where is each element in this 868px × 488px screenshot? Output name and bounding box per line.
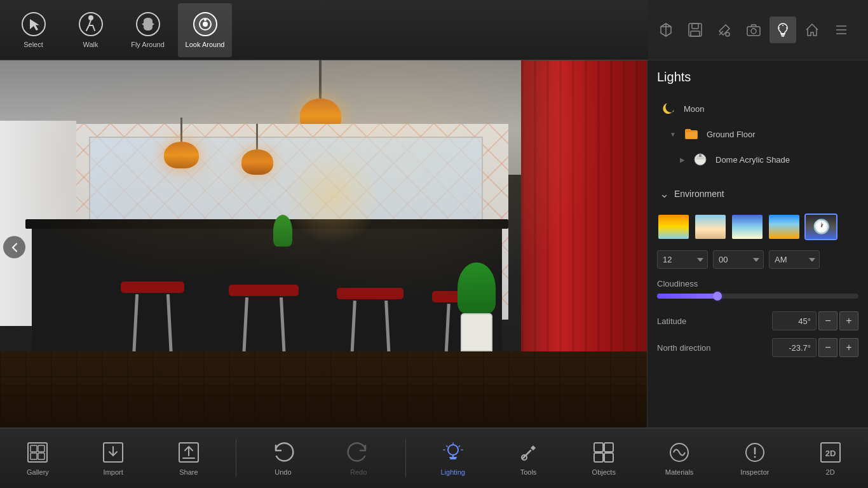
tool-fly-around-label: Fly Around <box>131 41 165 48</box>
objects-label: Objects <box>592 468 616 476</box>
lights-title: Lights <box>657 70 858 85</box>
tool-walk-label: Walk <box>83 41 98 48</box>
undo-label: Undo <box>275 468 291 476</box>
north-direction-decrease-btn[interactable]: − <box>818 338 837 357</box>
latitude-input[interactable] <box>772 311 817 330</box>
inspector-label: Inspector <box>740 468 769 476</box>
svg-rect-20 <box>604 453 613 462</box>
time-row: 12010203 04050607 08091011 00153045 AMPM <box>657 250 858 269</box>
panel-tab-light[interactable] <box>770 17 796 43</box>
bottom-btn-inspector[interactable]: Inspector <box>726 431 783 485</box>
svg-point-6 <box>203 22 208 27</box>
preset-custom-clock[interactable]: 🕛 <box>804 214 837 240</box>
2d-label: 2D <box>826 468 835 476</box>
nav-arrow-left[interactable] <box>3 236 25 259</box>
light-item-dome[interactable]: ▶ Dome Acrylic Shade <box>657 147 858 172</box>
latitude-group: − + <box>772 311 858 330</box>
panel-tab-list[interactable] <box>828 17 855 43</box>
viewport[interactable] <box>0 60 648 434</box>
cloudiness-label: Cloudiness <box>657 279 858 288</box>
redo-label: Redo <box>350 468 367 476</box>
dome-expand-arrow: ▶ <box>680 156 685 163</box>
latitude-row: Latitude − + <box>657 311 858 330</box>
svg-rect-9 <box>31 445 37 452</box>
kitchen-scene <box>0 60 648 434</box>
latitude-increase-btn[interactable]: + <box>839 311 858 330</box>
scene-overlay <box>0 60 648 434</box>
cloudiness-slider[interactable] <box>657 294 858 299</box>
import-label: Import <box>104 468 123 476</box>
dome-icon <box>691 151 709 168</box>
bottom-btn-lighting[interactable]: Lighting <box>424 431 482 485</box>
bottom-btn-materials[interactable]: Materials <box>651 431 708 485</box>
bottom-btn-gallery[interactable]: Gallery <box>9 431 66 485</box>
svg-rect-28 <box>691 31 700 36</box>
preset-noon[interactable] <box>731 214 764 240</box>
env-chevron-icon: ⌄ <box>660 187 669 201</box>
panel-tab-paint[interactable] <box>711 17 738 43</box>
moon-icon <box>660 100 677 118</box>
bottom-btn-2d[interactable]: 2D 2D <box>802 431 859 485</box>
svg-point-23 <box>754 456 756 458</box>
toolbar-divider-1 <box>236 439 236 477</box>
tool-select[interactable]: Select <box>6 3 60 57</box>
right-panel: Lights Moon ▼ G <box>647 0 868 488</box>
svg-point-15 <box>448 445 458 455</box>
light-item-moon[interactable]: Moon <box>657 96 858 121</box>
bottom-btn-share[interactable]: Share <box>160 431 217 485</box>
tool-select-label: Select <box>24 41 43 48</box>
gallery-label: Gallery <box>27 468 49 476</box>
panel-content: Lights Moon ▼ G <box>648 60 868 488</box>
tool-fly-around[interactable]: Fly Around <box>121 3 175 57</box>
north-direction-increase-btn[interactable]: + <box>839 338 858 357</box>
svg-point-7 <box>204 18 207 21</box>
svg-rect-30 <box>747 27 760 36</box>
cloudiness-thumb[interactable] <box>713 292 722 301</box>
preset-morning[interactable] <box>694 214 727 240</box>
panel-tab-camera[interactable] <box>740 17 767 43</box>
tool-look-around[interactable]: Look Around <box>178 3 232 57</box>
svg-rect-19 <box>594 453 603 462</box>
north-direction-group: − + <box>772 338 858 357</box>
environment-section: ⌄ Environment 🕛 <box>657 182 858 357</box>
svg-rect-11 <box>38 445 44 452</box>
environment-header[interactable]: ⌄ Environment <box>657 182 858 206</box>
svg-rect-27 <box>692 24 698 29</box>
materials-label: Materials <box>665 468 694 476</box>
svg-rect-35 <box>686 132 697 139</box>
panel-tab-home[interactable] <box>799 17 825 43</box>
ground-floor-arrow: ▼ <box>670 131 676 138</box>
cloudiness-fill <box>657 294 717 299</box>
bottom-btn-undo[interactable]: Undo <box>254 431 311 485</box>
panel-tab-save[interactable] <box>682 17 709 43</box>
svg-rect-37 <box>699 154 702 157</box>
bottom-btn-redo[interactable]: Redo <box>330 431 387 485</box>
period-select[interactable]: AMPM <box>769 250 820 269</box>
folder-icon <box>682 125 700 143</box>
latitude-decrease-btn[interactable]: − <box>818 311 837 330</box>
bottom-btn-import[interactable]: Import <box>85 431 142 485</box>
north-direction-row: North direction − + <box>657 338 858 357</box>
tools-label: Tools <box>520 468 537 476</box>
preset-afternoon[interactable] <box>768 214 801 240</box>
north-direction-label: North direction <box>657 343 772 353</box>
light-tree: Moon ▼ Ground Floor ▶ <box>657 96 858 172</box>
svg-point-31 <box>751 29 756 34</box>
moon-label: Moon <box>684 104 705 114</box>
panel-tabs <box>648 0 868 60</box>
ground-floor-label: Ground Floor <box>707 130 756 139</box>
minute-select[interactable]: 00153045 <box>713 250 764 269</box>
svg-rect-12 <box>38 453 44 459</box>
svg-point-2 <box>88 15 93 20</box>
panel-tab-objects[interactable] <box>653 17 679 43</box>
tool-look-around-label: Look Around <box>186 41 225 48</box>
toolbar-divider-2 <box>405 439 406 477</box>
north-direction-input[interactable] <box>772 338 817 357</box>
tool-walk[interactable]: Walk <box>64 3 118 57</box>
light-item-ground-floor[interactable]: ▼ Ground Floor <box>657 121 858 147</box>
preset-sunrise[interactable] <box>657 214 690 240</box>
bottom-btn-tools[interactable]: Tools <box>500 431 557 485</box>
bottom-btn-objects[interactable]: Objects <box>575 431 632 485</box>
hour-select[interactable]: 12010203 04050607 08091011 <box>657 250 708 269</box>
bottom-toolbar: Gallery Import Share Undo Redo <box>0 428 868 488</box>
